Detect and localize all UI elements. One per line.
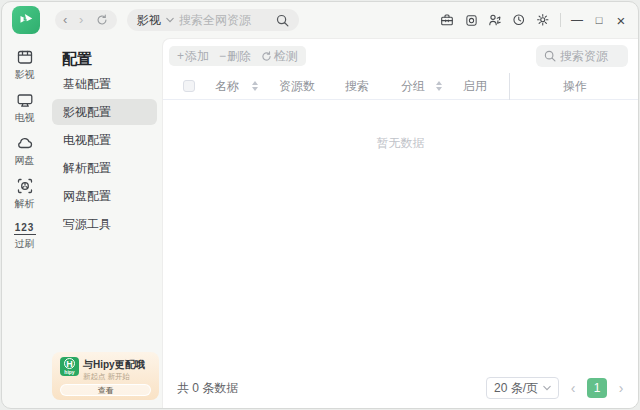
- hipy-logo-letter: H: [64, 358, 75, 369]
- select-all-checkbox[interactable]: [183, 80, 195, 92]
- add-button[interactable]: +添加: [177, 48, 209, 65]
- history-clock-icon[interactable]: [509, 9, 529, 31]
- rail-label: 过刷: [2, 237, 47, 251]
- play-logo-icon: [15, 9, 37, 31]
- chevron-down-icon[interactable]: [166, 17, 174, 23]
- tv-icon: [16, 91, 34, 109]
- pagination: 20 条/页 ‹ 1 ›: [486, 377, 626, 399]
- global-search-bar: 影视: [127, 9, 299, 31]
- minus-icon: −: [219, 49, 226, 63]
- hipy-logo-name: hipy: [60, 369, 79, 375]
- delete-button[interactable]: −删除: [219, 48, 251, 65]
- cloud-icon: [16, 134, 34, 152]
- prev-page-button[interactable]: ‹: [568, 380, 578, 396]
- resource-search-input[interactable]: [560, 49, 620, 63]
- sidebar-item-basic-config[interactable]: 基础配置: [52, 71, 157, 97]
- back-button[interactable]: ‹: [63, 11, 67, 29]
- rail-label: 网盘: [2, 154, 47, 168]
- title-bar: ‹ › 影视: [2, 2, 638, 38]
- rail-item-movies[interactable]: 影视: [2, 48, 47, 82]
- app-window: ‹ › 影视: [1, 1, 639, 409]
- column-header-search: 搜索: [345, 73, 369, 99]
- promo-button[interactable]: 查看: [60, 384, 151, 396]
- history-nav: ‹ ›: [55, 10, 117, 30]
- search-icon: [544, 50, 556, 62]
- hipy-promo-card: H hipy 与Hipy更配哦 新起点 新开始 查看: [52, 352, 159, 400]
- rail-label: 影视: [2, 68, 47, 82]
- sidebar-item-movie-config[interactable]: 影视配置: [52, 99, 157, 125]
- promo-subtitle: 新起点 新开始: [83, 372, 130, 382]
- close-button[interactable]: ×: [612, 9, 630, 31]
- minimize-button[interactable]: —: [568, 9, 586, 31]
- rail-item-tv[interactable]: 电视: [2, 91, 47, 125]
- app-box-icon[interactable]: [461, 9, 481, 31]
- titlebar-divider: [560, 13, 561, 27]
- search-icon[interactable]: [276, 14, 289, 27]
- refresh-button[interactable]: [95, 9, 109, 31]
- rail-label: 解析: [2, 197, 47, 211]
- column-header-enabled: 启用: [463, 73, 487, 99]
- column-header-name[interactable]: 名称: [215, 73, 239, 99]
- sidebar-item-tv-config[interactable]: 电视配置: [52, 127, 157, 153]
- primary-nav-rail: 影视 电视 网盘 解析 123 过刷: [2, 38, 47, 408]
- movie-icon: [16, 48, 34, 66]
- rail-item-numbers[interactable]: 123 过刷: [2, 222, 47, 251]
- sort-caret-icon[interactable]: [251, 79, 259, 93]
- plus-icon: +: [177, 49, 184, 63]
- global-search-input[interactable]: [179, 13, 271, 27]
- table-toolbar: +添加 −删除 检测: [169, 46, 306, 66]
- rail-item-parser[interactable]: 解析: [2, 177, 47, 211]
- hipy-logo: H hipy: [60, 357, 79, 376]
- sidebar-item-drive-config[interactable]: 网盘配置: [52, 183, 157, 209]
- resource-search-bar: [536, 45, 628, 67]
- column-header-count: 资源数: [279, 73, 315, 99]
- parse-scan-icon: [16, 177, 34, 195]
- numbers-123-icon: 123: [14, 222, 36, 235]
- app-logo: [12, 6, 40, 34]
- table-header: 名称 资源数 搜索 分组 启用 操作: [163, 73, 638, 100]
- check-button[interactable]: 检测: [261, 48, 298, 65]
- chevron-down-icon: [543, 385, 551, 391]
- account-switch-icon[interactable]: [485, 9, 505, 31]
- rail-label: 电视: [2, 111, 47, 125]
- search-scope-select[interactable]: 影视: [137, 12, 161, 29]
- promo-title: 与Hipy更配哦: [83, 358, 145, 372]
- recheck-icon: [261, 51, 272, 62]
- sidebar-item-parse-config[interactable]: 解析配置: [52, 155, 157, 181]
- sidebar-title: 配置: [62, 50, 92, 69]
- column-header-group[interactable]: 分组: [401, 73, 425, 99]
- titlebar-actions: — □ ×: [437, 2, 630, 38]
- total-count-text: 共 0 条数据: [177, 380, 238, 397]
- main-panel: +添加 −删除 检测 名称 资源数 搜索 分组: [162, 38, 638, 408]
- toolbox-icon[interactable]: [437, 9, 457, 31]
- forward-button[interactable]: ›: [79, 11, 83, 29]
- maximize-button[interactable]: □: [590, 9, 608, 31]
- settings-gear-icon[interactable]: [533, 9, 553, 31]
- column-header-actions: 操作: [509, 73, 639, 99]
- sort-caret-icon[interactable]: [435, 79, 443, 93]
- empty-state-text: 暂无数据: [163, 135, 638, 152]
- refresh-icon: [96, 14, 108, 26]
- config-sidebar: 配置 基础配置 影视配置 电视配置 解析配置 网盘配置 写源工具 H hipy …: [47, 38, 162, 408]
- rail-item-cloud-drive[interactable]: 网盘: [2, 134, 47, 168]
- next-page-button[interactable]: ›: [616, 380, 626, 396]
- page-size-select[interactable]: 20 条/页: [486, 377, 559, 399]
- sidebar-item-source-tool[interactable]: 写源工具: [52, 211, 157, 237]
- page-1-button[interactable]: 1: [587, 378, 607, 398]
